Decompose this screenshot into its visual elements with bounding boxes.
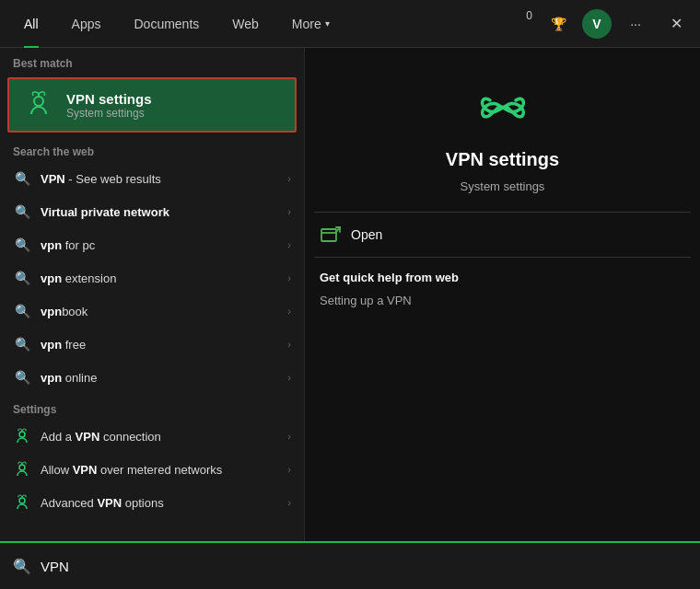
tab-apps[interactable]: Apps [55,0,118,48]
badge-container: 0 [501,7,534,40]
trophy-icon[interactable]: 🏆 [542,7,575,40]
detail-title-rest: settings [484,149,559,169]
chevron-right-icon: › [287,306,291,317]
chevron-right-icon: › [287,339,291,350]
dots-button[interactable]: ··· [619,7,652,40]
open-label: Open [351,227,382,242]
list-item[interactable]: 🔍 VPN - See web results › [0,162,304,195]
chevron-right-icon: › [287,497,291,508]
search-icon: 🔍 [13,202,31,221]
best-match-title: VPN settings [66,91,152,107]
list-item[interactable]: 🔍 vpn free › [0,328,304,361]
tab-apps-label: Apps [72,17,101,31]
nav-right: 0 🏆 V ··· ✕ [501,7,693,40]
vpn-settings-icon [22,88,55,121]
tab-more[interactable]: More ▾ [275,0,346,48]
chevron-right-icon: › [287,431,291,442]
tab-all-label: All [24,17,39,31]
svg-point-1 [19,432,25,437]
search-web-label: Search the web [0,136,304,162]
search-icon: 🔍 [13,335,31,353]
tab-documents-label: Documents [134,17,199,31]
list-item[interactable]: 🔍 vpn extension › [0,261,304,294]
list-item[interactable]: Advanced VPN options › [0,486,304,519]
open-icon [320,224,342,246]
title-rest: settings [95,91,152,107]
list-item[interactable]: 🔍 vpn online › [0,361,304,394]
chevron-right-icon: › [287,372,291,383]
tab-more-label: More [292,17,321,31]
result-text: vpnbook [41,305,278,318]
list-item[interactable]: Allow VPN over metered networks › [0,453,304,486]
title-bold: VPN [66,91,95,107]
list-item[interactable]: Add a VPN connection › [0,420,304,453]
result-text: Allow VPN over metered networks [41,463,278,477]
badge-count: 0 [526,9,532,22]
list-item[interactable]: 🔍 vpn for pc › [0,228,304,261]
list-item[interactable]: 🔍 vpnbook › [0,294,304,328]
search-icon: 🔍 [13,236,31,254]
svg-point-3 [19,498,25,503]
chevron-right-icon: › [287,272,291,283]
tab-web-label: Web [232,17,259,31]
best-match-label: Best match [0,48,304,74]
open-action[interactable]: Open [305,213,700,257]
result-text: vpn online [41,371,278,385]
detail-top: VPN settings System settings [305,48,700,212]
result-text: Add a VPN connection [41,430,278,444]
left-panel: Best match VPN settings System settings … [0,48,304,541]
chevron-right-icon: › [287,206,291,217]
chevron-right-icon: › [287,464,291,475]
svg-rect-4 [321,229,336,241]
user-avatar[interactable]: V [582,9,612,39]
chevron-right-icon: › [287,239,291,250]
best-match-item[interactable]: VPN settings System settings [7,77,297,133]
search-bar: 🔍 [0,541,700,589]
detail-title-bold: VPN [446,149,484,169]
settings-label: Settings [0,394,304,420]
search-icon: 🔍 [13,368,31,387]
best-match-text: VPN settings System settings [66,91,152,120]
search-icon: 🔍 [13,169,31,188]
vpn-settings-icon [13,493,31,512]
help-link[interactable]: Setting up a VPN [305,290,700,311]
chevron-right-icon: › [287,173,291,184]
vpn-settings-icon [13,460,31,479]
best-match-subtitle: System settings [66,107,152,120]
svg-point-2 [19,465,25,470]
svg-point-0 [34,97,43,106]
main-area: Best match VPN settings System settings … [0,48,700,541]
search-icon: 🔍 [13,302,31,320]
tab-web[interactable]: Web [216,0,275,48]
result-text: VPN - See web results [41,172,278,186]
result-text: Advanced VPN options [41,496,278,510]
close-button[interactable]: ✕ [659,7,693,40]
top-nav: All Apps Documents Web More ▾ 0 🏆 V ··· … [0,0,700,48]
list-item[interactable]: 🔍 Virtual private network › [0,195,304,228]
detail-vpn-icon [471,75,535,140]
detail-subtitle: System settings [461,179,545,193]
right-panel: VPN settings System settings Open Get qu… [304,48,700,541]
result-text: Virtual private network [41,205,278,219]
search-icon: 🔍 [13,558,31,575]
result-text: vpn extension [41,271,278,285]
search-input[interactable] [41,559,687,574]
search-icon: 🔍 [13,269,31,287]
tab-documents[interactable]: Documents [117,0,216,48]
result-text: vpn for pc [41,238,278,252]
detail-title: VPN settings [446,149,559,170]
tab-all[interactable]: All [7,0,55,48]
chevron-down-icon: ▾ [325,18,330,29]
quick-help-label: Get quick help from web [305,258,700,290]
result-text: vpn free [41,338,278,352]
vpn-settings-icon [13,427,31,445]
